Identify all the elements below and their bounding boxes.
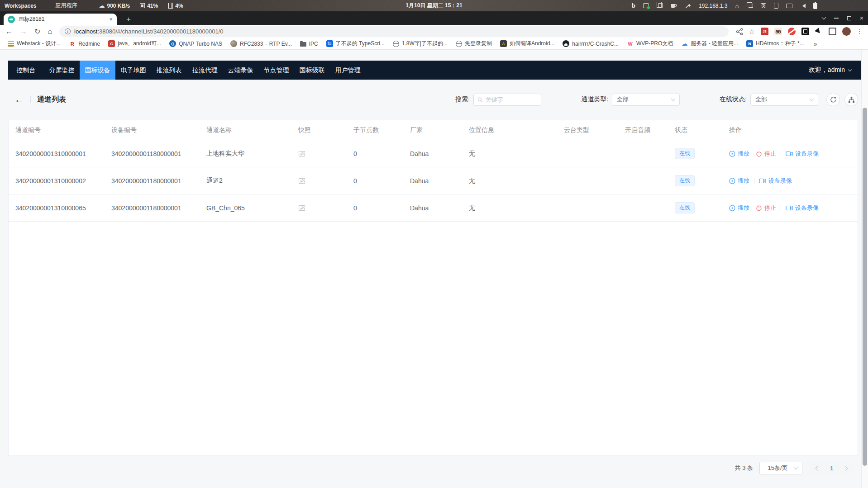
bookmark-item[interactable]: Webstack - 设计... bbox=[4, 40, 65, 47]
tab-favicon bbox=[8, 16, 15, 23]
bookmark-item[interactable]: WWVP-PRO文档 bbox=[623, 40, 677, 47]
bookmark-star-icon[interactable]: ☆ bbox=[749, 28, 755, 36]
browser-toolbar: ← → ↻ ⌂ i localhost:38080/#/channelList/… bbox=[0, 25, 868, 38]
bookmark-item[interactable]: 1.8W字|了不起的... bbox=[389, 40, 452, 47]
vendor-cell: Dahua bbox=[410, 177, 469, 185]
tab-close-icon[interactable]: × bbox=[109, 16, 113, 23]
caffeine-tray-icon[interactable] bbox=[670, 3, 677, 9]
broken-image-icon bbox=[298, 150, 305, 157]
location-cell: 无 bbox=[469, 177, 564, 185]
nav-tab-e-map[interactable]: 电子地图 bbox=[115, 61, 151, 80]
page-scrollbar[interactable] bbox=[861, 50, 868, 488]
json-viewer-extension-icon[interactable]: JS bbox=[761, 28, 768, 35]
device-record-button[interactable]: 设备录像 bbox=[786, 204, 819, 212]
next-page-button[interactable] bbox=[839, 462, 853, 474]
profile-avatar[interactable] bbox=[842, 27, 851, 36]
play-button[interactable]: 播放 bbox=[729, 204, 749, 212]
bookmark-item[interactable]: NHDAtmos :: 种子 *... bbox=[742, 40, 808, 47]
channel-name-cell: 上地科实大华 bbox=[206, 150, 298, 158]
nav-tab-cloud-record[interactable]: 云端录像 bbox=[223, 61, 258, 80]
share-icon[interactable] bbox=[736, 28, 743, 35]
dark-frame-extension-icon[interactable] bbox=[801, 28, 809, 35]
chevron-down-icon bbox=[671, 97, 676, 101]
page-size-select[interactable]: 15条/页 bbox=[759, 462, 802, 474]
current-page[interactable]: 1 bbox=[825, 465, 839, 472]
adblock-extension-icon[interactable] bbox=[788, 28, 796, 35]
square-extension-icon[interactable] bbox=[829, 28, 836, 35]
stop-button[interactable]: 停止 bbox=[756, 150, 776, 158]
display-settings-icon[interactable] bbox=[786, 4, 792, 8]
bookmark-item[interactable]: QQNAP Turbo NAS bbox=[165, 40, 226, 47]
bookmark-item[interactable]: 免登录复制 bbox=[452, 40, 496, 47]
bing-tray-icon[interactable]: b bbox=[632, 2, 635, 9]
workspaces-button[interactable]: Workspaces bbox=[5, 3, 36, 9]
bookmark-item[interactable]: ☁服务器 - 轻量应用... bbox=[677, 40, 742, 47]
home-tray-icon[interactable]: ⌂ bbox=[735, 3, 739, 9]
search-input[interactable] bbox=[486, 96, 538, 103]
bookmark-item[interactable]: Cjava、android可... bbox=[104, 40, 165, 47]
bookmarks-overflow-chevron[interactable]: » bbox=[810, 40, 821, 47]
scrollbar-thumb[interactable] bbox=[863, 108, 867, 466]
search-icon bbox=[477, 97, 482, 103]
window-switcher-icon[interactable] bbox=[749, 4, 753, 8]
bookmark-item[interactable]: hairrrrr/C-CrashC... bbox=[558, 40, 623, 47]
cursor-extension-icon[interactable] bbox=[815, 28, 823, 35]
applications-menu[interactable]: 应用程序 bbox=[55, 2, 77, 9]
bookmark-item[interactable]: A如何编译Android... bbox=[496, 40, 558, 47]
bookmark-item[interactable]: RRedmine bbox=[65, 40, 104, 47]
play-circle-icon bbox=[729, 178, 735, 184]
browser-menu-icon[interactable]: ⋮ bbox=[857, 28, 863, 35]
site-info-icon[interactable]: i bbox=[65, 28, 71, 34]
nav-tab-gb-devices[interactable]: 国标设备 bbox=[80, 61, 115, 80]
window-close-button[interactable]: × bbox=[860, 15, 863, 21]
nav-tab-gb-cascade[interactable]: 国标级联 bbox=[294, 61, 330, 80]
device-tree-button[interactable] bbox=[844, 93, 858, 106]
new-tab-button[interactable]: + bbox=[123, 14, 134, 25]
volume-icon[interactable] bbox=[800, 4, 806, 8]
reader-extension-icon[interactable] bbox=[774, 28, 782, 35]
forward-button[interactable]: → bbox=[20, 28, 27, 36]
nav-tab-split-monitor[interactable]: 分屏监控 bbox=[44, 61, 80, 80]
input-language-indicator[interactable]: 英 bbox=[761, 2, 766, 9]
window-minimize-button[interactable] bbox=[834, 18, 839, 19]
back-button[interactable]: ← bbox=[5, 28, 13, 36]
nav-tab-user-manage[interactable]: 用户管理 bbox=[330, 61, 366, 80]
nav-tab-node-manage[interactable]: 节点管理 bbox=[258, 61, 294, 80]
browser-home-button[interactable]: ⌂ bbox=[48, 28, 52, 36]
device-record-button[interactable]: 设备录像 bbox=[786, 150, 819, 158]
refresh-button[interactable] bbox=[826, 93, 840, 106]
video-camera-icon bbox=[786, 205, 793, 211]
bookmark-item[interactable]: 知了不起的 TypeScri... bbox=[322, 40, 389, 47]
bookmark-item[interactable]: IPC bbox=[296, 41, 322, 47]
stop-button[interactable]: 停止 bbox=[756, 204, 776, 212]
back-arrow-button[interactable]: ← bbox=[14, 94, 24, 105]
screenshot-tray-icon[interactable] bbox=[643, 3, 649, 8]
nav-tab-pull-proxy[interactable]: 拉流代理 bbox=[187, 61, 223, 80]
browser-tab[interactable]: 国标28181 × bbox=[4, 14, 117, 25]
chevron-right-icon bbox=[844, 466, 848, 470]
nav-tab-push-list[interactable]: 推流列表 bbox=[151, 61, 187, 80]
play-button[interactable]: 播放 bbox=[729, 150, 749, 158]
github-icon bbox=[563, 40, 569, 47]
reload-button[interactable]: ↻ bbox=[34, 27, 40, 36]
nav-tab-console[interactable]: 控制台 bbox=[8, 61, 44, 80]
device-record-button[interactable]: 设备录像 bbox=[759, 177, 792, 185]
phone-link-icon[interactable] bbox=[774, 3, 778, 9]
redmine-icon: R bbox=[69, 40, 76, 47]
color-picker-tray-icon[interactable] bbox=[685, 3, 691, 9]
clipboard-tray-icon[interactable] bbox=[658, 3, 663, 8]
vendor-cell: Dahua bbox=[410, 150, 469, 157]
prev-page-button[interactable] bbox=[811, 462, 825, 474]
channel-type-select[interactable]: 全部 bbox=[612, 94, 680, 106]
status-badge: 在线 bbox=[675, 202, 695, 213]
device-id-cell: 34020000001180000001 bbox=[111, 204, 206, 212]
ip-address-indicator[interactable]: 192.168.1.3 bbox=[699, 3, 727, 9]
user-menu[interactable]: 欢迎，admin bbox=[809, 66, 861, 74]
address-bar[interactable]: i localhost:38080/#/channelList/34020000… bbox=[59, 26, 728, 37]
play-button[interactable]: 播放 bbox=[729, 177, 749, 185]
bookmark-item[interactable]: RFC2833 – RTP Ev... bbox=[226, 40, 296, 47]
online-status-select[interactable]: 全部 bbox=[750, 94, 818, 106]
tab-search-chevron-icon[interactable] bbox=[821, 15, 826, 20]
globe-icon bbox=[456, 41, 462, 47]
window-restore-button[interactable] bbox=[847, 16, 851, 20]
